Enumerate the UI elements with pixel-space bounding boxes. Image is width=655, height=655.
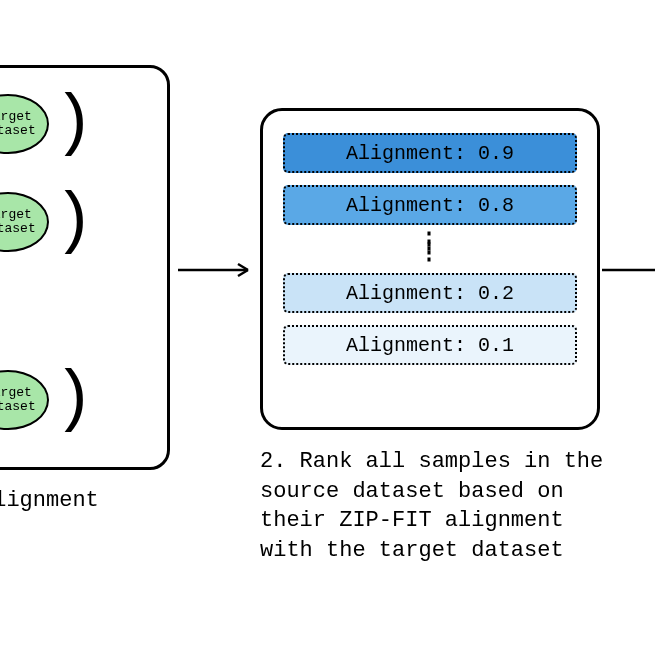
target-dataset-ellipse: Target Dataset — [0, 94, 49, 154]
ellipse-label-line2: Dataset — [0, 124, 36, 138]
vertical-ellipsis: ⋮⋮ — [283, 237, 577, 259]
ranked-panel: Alignment: 0.9 Alignment: 0.8 ⋮⋮ Alignme… — [260, 108, 600, 430]
alignment-row: Alignment: 0.8 — [283, 185, 577, 225]
ellipse-label-line1: Target — [0, 208, 32, 222]
ellipse-label-line1: Target — [0, 110, 32, 124]
alignment-row: Alignment: 0.9 — [283, 133, 577, 173]
left-panel: , Target Dataset ) , Target Dataset ) ⋮ … — [0, 65, 170, 470]
ellipse-row-3: , Target Dataset ) — [0, 366, 94, 434]
arrow-icon — [178, 260, 258, 280]
step1-caption: Alignment — [0, 488, 99, 513]
close-paren-glyph: ) — [53, 90, 94, 158]
close-paren-glyph: ) — [53, 366, 94, 434]
target-dataset-ellipse: Target Dataset — [0, 192, 49, 252]
ellipse-row-1: , Target Dataset ) — [0, 90, 94, 158]
alignment-label: Alignment: 0.2 — [346, 282, 514, 305]
close-paren-glyph: ) — [53, 188, 94, 256]
ellipse-label-line2: Dataset — [0, 222, 36, 236]
ellipse-label-line1: Target — [0, 386, 32, 400]
ellipse-label-line2: Dataset — [0, 400, 36, 414]
alignment-row: Alignment: 0.1 — [283, 325, 577, 365]
alignment-row: Alignment: 0.2 — [283, 273, 577, 313]
alignment-label: Alignment: 0.9 — [346, 142, 514, 165]
alignment-label: Alignment: 0.8 — [346, 194, 514, 217]
ellipse-row-2: , Target Dataset ) — [0, 188, 94, 256]
target-dataset-ellipse: Target Dataset — [0, 370, 49, 430]
arrow-icon — [602, 260, 655, 280]
step2-caption: 2. Rank all samples in the source datase… — [260, 447, 615, 566]
alignment-label: Alignment: 0.1 — [346, 334, 514, 357]
